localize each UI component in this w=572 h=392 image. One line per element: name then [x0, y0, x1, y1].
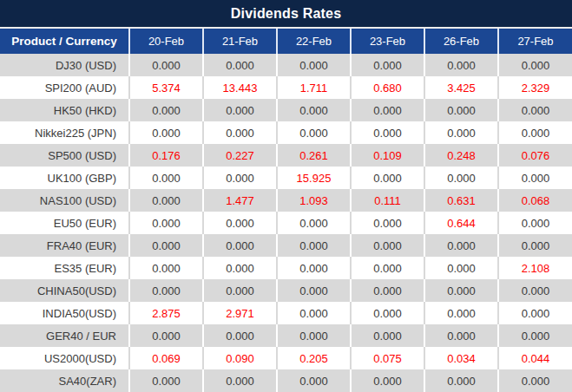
value-cell: 0.044: [498, 347, 572, 369]
value-cell: 0.000: [277, 121, 351, 144]
value-cell: 0.000: [277, 54, 351, 76]
value-cell: 0.261: [277, 144, 351, 167]
date-column-header: 22-Feb: [277, 29, 351, 54]
value-cell: 0.090: [203, 347, 277, 369]
table-row: SP500 (USD)0.1760.2270.2610.1090.2480.07…: [0, 144, 572, 167]
product-cell: ES35 (EUR): [0, 257, 129, 279]
product-cell: CHINA50(USD): [0, 279, 129, 302]
table-row: Nikkei225 (JPN)0.0000.0000.0000.0000.000…: [0, 121, 572, 144]
table-row: GER40 / EUR0.0000.0000.0000.0000.0000.00…: [0, 324, 572, 347]
product-cell: SPI200 (AUD): [0, 76, 129, 99]
table-row: HK50 (HKD)0.0000.0000.0000.0000.0000.000: [0, 99, 572, 121]
value-cell: 0.109: [351, 144, 424, 167]
product-cell: SP500 (USD): [0, 144, 129, 167]
value-cell: 0.000: [498, 212, 572, 234]
value-cell: 0.000: [203, 324, 277, 347]
value-cell: 0.176: [129, 144, 203, 167]
table-row: EU50 (EUR)0.0000.0000.0000.0000.6440.000: [0, 212, 572, 234]
value-cell: 0.000: [498, 54, 572, 76]
table-header: Product / Currency 20-Feb21-Feb22-Feb23-…: [0, 29, 572, 54]
value-cell: 15.925: [277, 167, 351, 189]
value-cell: 0.000: [277, 324, 351, 347]
value-cell: 0.000: [129, 324, 203, 347]
value-cell: 0.000: [424, 99, 498, 121]
product-cell: HK50 (HKD): [0, 99, 129, 121]
value-cell: 0.227: [203, 144, 277, 167]
value-cell: 0.000: [277, 234, 351, 257]
table-row: INDIA50(USD)2.8752.9710.0000.0000.0000.0…: [0, 302, 572, 324]
table-row: SA40(ZAR)0.0000.0000.0000.0000.0000.000: [0, 369, 572, 392]
title-bar: Dividends Rates: [0, 0, 572, 29]
value-cell: 0.000: [424, 279, 498, 302]
value-cell: 2.108: [498, 257, 572, 279]
product-cell: Nikkei225 (JPN): [0, 121, 129, 144]
value-cell: 0.000: [351, 324, 424, 347]
value-cell: 2.971: [203, 302, 277, 324]
value-cell: 0.000: [351, 279, 424, 302]
value-cell: 0.000: [203, 99, 277, 121]
value-cell: 0.000: [351, 167, 424, 189]
table-row: US2000(USD)0.0690.0900.2050.0750.0340.04…: [0, 347, 572, 369]
value-cell: 0.069: [129, 347, 203, 369]
table-row: NAS100 (USD)0.0001.4771.0930.1110.6310.0…: [0, 189, 572, 212]
value-cell: 0.000: [351, 302, 424, 324]
value-cell: 0.076: [498, 144, 572, 167]
table-row: CHINA50(USD)0.0000.0000.0000.0000.0000.0…: [0, 279, 572, 302]
value-cell: 0.000: [203, 257, 277, 279]
value-cell: 0.000: [129, 121, 203, 144]
value-cell: 0.000: [277, 99, 351, 121]
value-cell: 0.000: [498, 121, 572, 144]
value-cell: 0.000: [277, 212, 351, 234]
value-cell: 0.000: [277, 369, 351, 392]
dividends-table: Product / Currency 20-Feb21-Feb22-Feb23-…: [0, 29, 572, 392]
value-cell: 0.000: [203, 167, 277, 189]
value-cell: 3.425: [424, 76, 498, 99]
value-cell: 1.093: [277, 189, 351, 212]
value-cell: 0.205: [277, 347, 351, 369]
value-cell: 0.000: [129, 167, 203, 189]
value-cell: 0.000: [129, 54, 203, 76]
value-cell: 0.644: [424, 212, 498, 234]
date-column-header: 20-Feb: [129, 29, 203, 54]
value-cell: 0.000: [424, 54, 498, 76]
value-cell: 0.248: [424, 144, 498, 167]
product-cell: US2000(USD): [0, 347, 129, 369]
dividends-rates-widget: Dividends Rates Product / Currency 20-Fe…: [0, 0, 572, 392]
header-row: Product / Currency 20-Feb21-Feb22-Feb23-…: [0, 29, 572, 54]
product-cell: EU50 (EUR): [0, 212, 129, 234]
table-row: ES35 (EUR)0.0000.0000.0000.0000.0002.108: [0, 257, 572, 279]
value-cell: 0.000: [129, 257, 203, 279]
value-cell: 0.000: [129, 212, 203, 234]
value-cell: 0.111: [351, 189, 424, 212]
value-cell: 0.000: [203, 212, 277, 234]
product-currency-column-header: Product / Currency: [0, 29, 129, 54]
value-cell: 0.000: [424, 121, 498, 144]
value-cell: 0.075: [351, 347, 424, 369]
product-cell: DJ30 (USD): [0, 54, 129, 76]
value-cell: 0.068: [498, 189, 572, 212]
value-cell: 0.000: [203, 369, 277, 392]
value-cell: 0.000: [277, 279, 351, 302]
table-row: UK100 (GBP)0.0000.00015.9250.0000.0000.0…: [0, 167, 572, 189]
value-cell: 0.680: [351, 76, 424, 99]
date-column-header: 26-Feb: [424, 29, 498, 54]
value-cell: 0.000: [203, 279, 277, 302]
product-cell: FRA40 (EUR): [0, 234, 129, 257]
table-row: FRA40 (EUR)0.0000.0000.0000.0000.0000.00…: [0, 234, 572, 257]
value-cell: 1.477: [203, 189, 277, 212]
value-cell: 0.000: [498, 167, 572, 189]
value-cell: 0.000: [129, 189, 203, 212]
value-cell: 0.000: [498, 234, 572, 257]
page-title: Dividends Rates: [231, 6, 341, 22]
product-cell: NAS100 (USD): [0, 189, 129, 212]
value-cell: 0.000: [203, 234, 277, 257]
value-cell: 0.000: [351, 257, 424, 279]
value-cell: 0.000: [277, 257, 351, 279]
value-cell: 0.000: [351, 99, 424, 121]
value-cell: 0.000: [424, 234, 498, 257]
product-cell: UK100 (GBP): [0, 167, 129, 189]
table-body: DJ30 (USD)0.0000.0000.0000.0000.0000.000…: [0, 54, 572, 392]
product-cell: SA40(ZAR): [0, 369, 129, 392]
product-cell: INDIA50(USD): [0, 302, 129, 324]
value-cell: 1.711: [277, 76, 351, 99]
